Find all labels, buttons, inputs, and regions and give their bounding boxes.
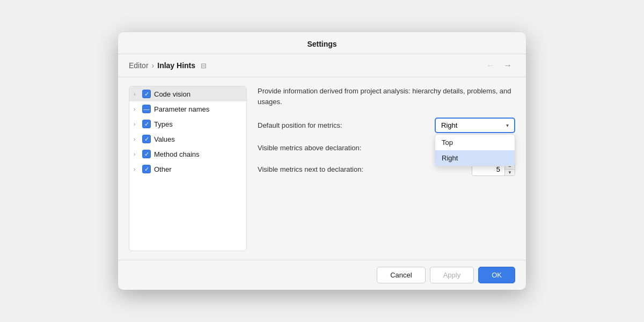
forward-button[interactable]: → (500, 60, 515, 71)
tree-label-code-vision: Code vision (154, 90, 191, 98)
tree-item-other[interactable]: ›✓Other (129, 162, 246, 177)
tree-panel: ›✓Code vision›—Parameter names›✓Types›✓V… (129, 86, 247, 251)
tree-item-code-vision[interactable]: ›✓Code vision (129, 86, 246, 101)
tree-item-types[interactable]: ›✓Types (129, 116, 246, 131)
chevron-right-icon: › (134, 166, 140, 172)
checkbox-parameter-names[interactable]: — (142, 105, 151, 113)
nav-buttons: ← → (483, 60, 515, 71)
settings-dialog: Settings Editor › Inlay Hints ⊟ ← → ›✓Co… (118, 32, 526, 290)
tree-label-types: Types (154, 120, 173, 128)
chevron-right-icon: › (134, 121, 140, 127)
dialog-body: ›✓Code vision›—Parameter names›✓Types›✓V… (118, 77, 526, 260)
checkbox-values[interactable]: ✓ (142, 135, 151, 143)
dropdown-container: Right ▾ Top Right (435, 118, 515, 133)
dropdown-value: Right (441, 121, 457, 129)
breadcrumb-bar: Editor › Inlay Hints ⊟ ← → (118, 54, 526, 77)
breadcrumb-current: Inlay Hints (157, 61, 195, 70)
ok-button[interactable]: OK (478, 267, 515, 283)
checkbox-types[interactable]: ✓ (142, 120, 151, 128)
default-position-label: Default position for metrics: (258, 121, 435, 129)
cancel-button[interactable]: Cancel (377, 267, 425, 283)
default-position-row: Default position for metrics: Right ▾ To… (258, 118, 515, 133)
checkbox-method-chains[interactable]: ✓ (142, 150, 151, 158)
chevron-right-icon: › (134, 106, 140, 112)
option-top[interactable]: Top (435, 135, 515, 150)
checkbox-code-vision[interactable]: ✓ (142, 90, 151, 98)
breadcrumb: Editor › Inlay Hints ⊟ (129, 61, 207, 70)
settings-panel: Provide information derived from project… (258, 86, 515, 251)
description-text: Provide information derived from project… (258, 86, 515, 107)
tree-label-parameter-names: Parameter names (154, 105, 209, 113)
tree-item-parameter-names[interactable]: ›—Parameter names (129, 101, 246, 116)
checkbox-other[interactable]: ✓ (142, 165, 151, 173)
dropdown-menu: Top Right (435, 134, 515, 166)
tree-item-method-chains[interactable]: ›✓Method chains (129, 147, 246, 162)
position-dropdown[interactable]: Right ▾ (435, 118, 515, 133)
layout-icon: ⊟ (201, 62, 207, 70)
chevron-right-icon: › (134, 136, 140, 142)
tree-label-values: Values (154, 135, 175, 143)
chevron-down-icon: ▾ (506, 122, 509, 128)
tree-label-other: Other (154, 165, 172, 173)
breadcrumb-parent[interactable]: Editor (129, 61, 149, 70)
back-button[interactable]: ← (483, 60, 498, 71)
option-right[interactable]: Right (435, 150, 515, 166)
chevron-right-icon: › (134, 151, 140, 157)
chevron-right-icon: › (134, 91, 140, 97)
tree-label-method-chains: Method chains (154, 150, 200, 158)
spinner-down-2[interactable]: ▼ (505, 169, 515, 175)
tree-item-values[interactable]: ›✓Values (129, 131, 246, 147)
breadcrumb-separator: › (152, 61, 155, 70)
apply-button: Apply (430, 267, 474, 283)
dialog-footer: Cancel Apply OK (118, 260, 526, 290)
dialog-title: Settings (118, 32, 526, 54)
